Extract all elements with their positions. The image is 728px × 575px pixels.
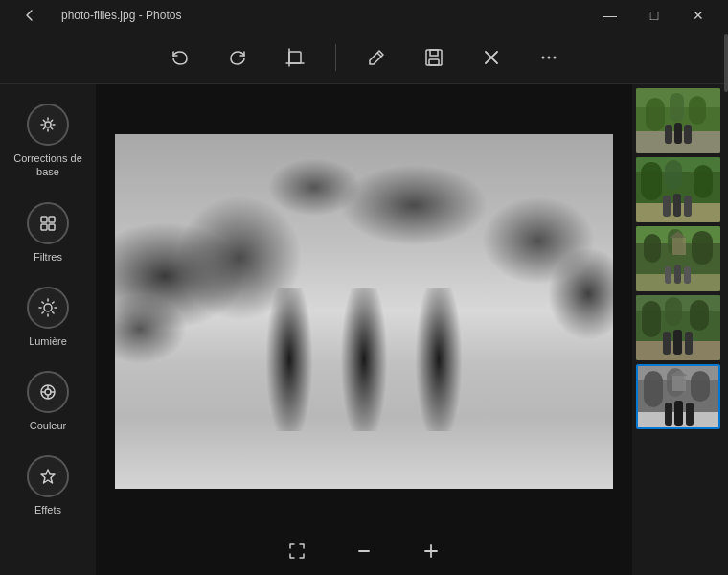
thumbnail-2[interactable] bbox=[636, 157, 720, 222]
effets-label: Effets bbox=[34, 503, 61, 517]
thumbnail-4[interactable] bbox=[636, 295, 720, 360]
svg-point-12 bbox=[45, 122, 51, 127]
svg-rect-50 bbox=[663, 196, 671, 217]
photo-container bbox=[105, 94, 623, 529]
svg-rect-82 bbox=[674, 401, 683, 426]
svg-rect-52 bbox=[684, 196, 692, 217]
svg-rect-13 bbox=[41, 217, 47, 222]
thumbnail-scrollbar[interactable] bbox=[724, 84, 728, 92]
photo-bottom-bar bbox=[279, 529, 449, 565]
more-button[interactable] bbox=[532, 40, 566, 75]
zoom-out-button[interactable] bbox=[346, 537, 382, 565]
toolbar-divider bbox=[335, 44, 336, 71]
svg-rect-58 bbox=[672, 238, 686, 255]
svg-point-27 bbox=[45, 389, 51, 395]
svg-line-25 bbox=[53, 302, 54, 303]
back-button[interactable] bbox=[8, 0, 52, 31]
crop-button[interactable] bbox=[278, 40, 312, 75]
left-sidebar: Corrections de base Filtres bbox=[0, 84, 96, 575]
undo-button[interactable] bbox=[163, 40, 197, 75]
photo-frame bbox=[115, 134, 613, 489]
svg-line-22 bbox=[42, 302, 43, 303]
thumbnail-1-image bbox=[636, 88, 720, 153]
svg-point-10 bbox=[547, 56, 550, 58]
svg-rect-41 bbox=[665, 125, 672, 144]
thumbnail-1[interactable] bbox=[636, 88, 720, 153]
svg-rect-37 bbox=[646, 98, 665, 131]
sidebar-item-effets[interactable]: Effets bbox=[5, 448, 91, 524]
svg-rect-62 bbox=[674, 264, 681, 284]
svg-rect-48 bbox=[665, 160, 682, 191]
svg-rect-56 bbox=[692, 231, 713, 264]
svg-rect-63 bbox=[684, 266, 691, 284]
window-close-button[interactable]: ✕ bbox=[676, 0, 720, 31]
close-edit-button[interactable] bbox=[474, 40, 509, 75]
minimize-button[interactable]: — bbox=[588, 0, 632, 31]
thumbnail-5[interactable] bbox=[636, 364, 720, 429]
sidebar-item-lumiere[interactable]: Lumière bbox=[5, 279, 91, 356]
titlebar: photo-filles.jpg - Photos — □ ✕ bbox=[0, 0, 728, 31]
svg-rect-42 bbox=[674, 123, 682, 144]
svg-point-9 bbox=[541, 56, 544, 58]
svg-rect-75 bbox=[644, 371, 663, 407]
sidebar-item-filtres[interactable]: Filtres bbox=[5, 195, 91, 271]
svg-rect-71 bbox=[673, 330, 682, 355]
svg-rect-70 bbox=[663, 332, 671, 355]
couleur-icon bbox=[27, 371, 69, 413]
lumiere-icon bbox=[27, 287, 69, 329]
svg-rect-38 bbox=[689, 96, 706, 125]
effets-icon bbox=[27, 455, 69, 497]
photo-content bbox=[115, 134, 613, 489]
main-content: Corrections de base Filtres bbox=[0, 84, 728, 575]
toolbar bbox=[0, 31, 728, 84]
thumbnail-4-image bbox=[636, 295, 720, 360]
svg-rect-78 bbox=[672, 376, 686, 391]
svg-line-3 bbox=[377, 53, 381, 57]
svg-rect-55 bbox=[644, 234, 661, 263]
titlebar-controls: — □ ✕ bbox=[588, 0, 720, 31]
svg-rect-39 bbox=[670, 93, 684, 122]
maximize-button[interactable]: □ bbox=[632, 0, 676, 31]
filtres-label: Filtres bbox=[34, 250, 62, 264]
fit-screen-button[interactable] bbox=[279, 537, 315, 565]
sidebar-item-corrections-base[interactable]: Corrections de base bbox=[5, 96, 91, 187]
svg-point-11 bbox=[553, 56, 556, 58]
svg-rect-51 bbox=[673, 194, 681, 217]
corrections-base-label: Corrections de base bbox=[9, 151, 87, 179]
svg-rect-15 bbox=[41, 224, 47, 230]
thumbnail-2-image bbox=[636, 157, 720, 222]
svg-rect-72 bbox=[685, 332, 693, 355]
svg-rect-43 bbox=[684, 125, 692, 144]
right-thumbnail-panel bbox=[632, 84, 728, 575]
save-copy-button[interactable] bbox=[417, 40, 451, 75]
thumbnail-3[interactable] bbox=[636, 226, 720, 291]
svg-line-23 bbox=[53, 312, 54, 313]
svg-rect-47 bbox=[694, 165, 713, 198]
svg-point-17 bbox=[44, 304, 52, 311]
svg-rect-0 bbox=[289, 52, 301, 63]
svg-rect-61 bbox=[665, 266, 671, 284]
redo-button[interactable] bbox=[220, 40, 255, 75]
corrections-base-icon bbox=[27, 104, 69, 146]
window-title: photo-filles.jpg - Photos bbox=[61, 9, 181, 22]
svg-line-24 bbox=[42, 312, 43, 313]
zoom-in-button[interactable] bbox=[413, 537, 449, 565]
photo-area bbox=[96, 84, 632, 575]
svg-rect-76 bbox=[691, 371, 710, 402]
svg-rect-66 bbox=[642, 301, 661, 337]
svg-rect-5 bbox=[430, 50, 438, 56]
svg-rect-46 bbox=[641, 162, 662, 200]
svg-rect-81 bbox=[665, 402, 672, 426]
titlebar-left: photo-filles.jpg - Photos bbox=[8, 0, 181, 31]
thumbnail-3-image bbox=[636, 226, 720, 291]
filtres-icon bbox=[27, 202, 69, 244]
thumbnail-5-image bbox=[638, 366, 718, 427]
svg-rect-67 bbox=[690, 300, 709, 331]
svg-rect-16 bbox=[49, 224, 55, 230]
svg-rect-14 bbox=[49, 217, 55, 222]
svg-rect-83 bbox=[686, 402, 694, 426]
sidebar-item-couleur[interactable]: Couleur bbox=[5, 363, 91, 440]
svg-rect-6 bbox=[429, 59, 439, 65]
svg-rect-68 bbox=[665, 297, 682, 326]
draw-button[interactable] bbox=[359, 40, 394, 75]
